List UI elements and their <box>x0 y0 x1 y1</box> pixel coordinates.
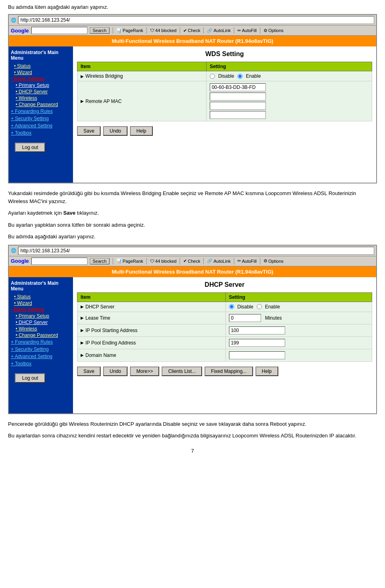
undo-btn-2[interactable]: Undo <box>103 366 128 376</box>
label-domain-name: Domain Name <box>85 352 116 358</box>
save-btn-2[interactable]: Save <box>77 366 101 376</box>
label-remote-ap-mac: Remote AP MAC <box>85 99 122 104</box>
google-logo-2: Google <box>11 258 29 264</box>
label-enable-bridging: Enable <box>246 73 261 79</box>
domain-name-input[interactable] <box>229 351 285 359</box>
sidebar-dhcp-server-2[interactable]: • DHCP Server <box>11 319 71 326</box>
toolbar-sep-1a <box>113 27 113 34</box>
fixed-mapping-btn-2[interactable]: Fixed Mapping... <box>205 366 253 376</box>
sidebar-1: Administrator's Main Menu • Status • Wiz… <box>9 46 73 183</box>
google-bar-2: Google Search 📊 PageRank 🛡 44 blocked ✔ … <box>9 256 376 266</box>
router-header-1: Multi-Functional Wireless Broadband NAT … <box>9 36 376 46</box>
autofill-item-2: ✏ AutoFill <box>237 258 257 264</box>
sidebar-advanced-1[interactable]: + Advanced Setting <box>11 122 71 129</box>
mac-input-3[interactable] <box>210 102 266 110</box>
sidebar-toolbox-2[interactable]: + Toolbox <box>11 360 71 367</box>
sidebar-item-status-1[interactable]: • Status <box>11 63 71 69</box>
autolink-item-1: 🔗 AutoLink <box>207 28 231 33</box>
more-btn-2[interactable]: More>> <box>130 366 159 376</box>
pagerank-item-2: 📊 PageRank <box>116 258 143 264</box>
arrow-remote-ap-mac: ▶ <box>81 99 84 103</box>
help-btn-2[interactable]: Help <box>255 366 278 376</box>
sidebar-toolbox-1[interactable]: + Toolbox <box>11 129 71 137</box>
toolbar-sep-2d <box>203 258 204 264</box>
cell-setting-ip-pool-end <box>225 336 372 349</box>
action-buttons-1: Save Undo Help <box>77 126 372 136</box>
sidebar-advanced-2[interactable]: + Advanced Setting <box>11 353 71 360</box>
sidebar-security-2[interactable]: + Security Setting <box>11 346 71 353</box>
col-header-setting-1: Setting <box>206 62 372 71</box>
mac-input-2[interactable] <box>210 93 266 101</box>
mac-input-4[interactable] <box>210 111 266 119</box>
save-btn-1[interactable]: Save <box>77 126 101 136</box>
sidebar-basic-setting-1[interactable]: - Basic Setting <box>11 76 71 82</box>
sidebar-primary-setup-2[interactable]: • Primary Setup <box>11 313 71 319</box>
cell-setting-remote-ap-mac <box>206 81 372 121</box>
mac-input-1[interactable] <box>210 83 266 91</box>
address-bar-1[interactable]: http://192.168.123.254/ <box>18 16 374 24</box>
label-ip-pool-start: IP Pool Starting Address <box>85 328 138 333</box>
label-dhcp-server: DHCP Server <box>85 304 114 310</box>
explanation-5: Pencerede görüldüğü gibi Wireless Router… <box>8 420 377 428</box>
autolink-item-2: 🔗 AutoLink <box>207 258 231 264</box>
sidebar-title-2: Administrator's Main Menu <box>11 280 71 292</box>
sidebar-wireless-1[interactable]: • Wireless <box>11 95 71 101</box>
sidebar-item-wizard-1[interactable]: • Wizard <box>11 69 71 76</box>
sidebar-basic-setting-2[interactable]: - Basic Setting <box>11 306 71 313</box>
google-search-input-1[interactable] <box>31 27 87 34</box>
toolbar-sep-2c <box>180 258 180 264</box>
toolbar-sep-2b <box>146 258 147 264</box>
sidebar-primary-setup-1[interactable]: • Primary Setup <box>11 82 71 89</box>
sidebar-dhcp-server-1[interactable]: • DHCP Server <box>11 89 71 95</box>
cell-item-ip-pool-start: ▶ IP Pool Starting Address <box>77 324 226 336</box>
cell-item-remote-ap-mac: ▶ Remote AP MAC <box>77 81 207 121</box>
radio-enable-dhcp[interactable] <box>257 304 262 309</box>
router-ui-2: Multi-Functional Wireless Broadband NAT … <box>9 266 376 413</box>
intro-text: Bu adımda lüten aşağıdaki ayarları yapın… <box>8 4 377 10</box>
clients-list-btn-2[interactable]: Clients List... <box>162 366 202 376</box>
cell-setting-ip-pool-start <box>225 324 372 336</box>
explanation-3: Bu ayarları yaptıktan sonra lütfen bir s… <box>8 221 377 229</box>
toolbar-sep-1c <box>180 27 180 34</box>
sidebar-wireless-2[interactable]: • Wireless <box>11 326 71 332</box>
sidebar-forwarding-1[interactable]: + Forwarding Rules <box>11 108 71 115</box>
col-header-item-1: Item <box>77 62 207 71</box>
table-row-ip-pool-end: ▶ IP Pool Ending Address <box>77 336 372 349</box>
options-item-2: ⚙ Options <box>263 258 284 264</box>
cell-setting-wireless-bridging: Disable Enable <box>206 71 372 81</box>
col-header-item-2: Item <box>77 292 226 302</box>
page-title-2: DHCP Server <box>77 281 372 288</box>
sidebar-change-password-1[interactable]: • Change Password <box>11 101 71 108</box>
browser-window-2: 🌐 http://192.168.123.254/ Google Search … <box>8 245 377 414</box>
google-search-input-2[interactable] <box>31 258 87 265</box>
help-btn-1[interactable]: Help <box>130 126 153 136</box>
sidebar-item-status-2[interactable]: • Status <box>11 294 71 300</box>
google-search-btn-1[interactable]: Search <box>90 27 109 34</box>
arrow-dhcp-server: ▶ <box>81 304 84 309</box>
undo-btn-1[interactable]: Undo <box>103 126 128 136</box>
options-item-1: ⚙ Options <box>263 28 284 33</box>
page-number: 7 <box>8 448 377 454</box>
sidebar-item-wizard-2[interactable]: • Wizard <box>11 300 71 306</box>
blocked-item-2: 🛡 44 blocked <box>150 259 176 264</box>
cell-item-wireless-bridging: ▶ Wireless Bridging <box>77 71 207 81</box>
logout-btn-1[interactable]: Log out <box>15 143 45 152</box>
sidebar-change-password-2[interactable]: • Change Password <box>11 332 71 338</box>
google-logo-1: Google <box>11 28 29 34</box>
cell-setting-lease-time: Minutes <box>225 312 372 324</box>
mac-inputs-group <box>210 83 369 119</box>
browser-toolbar-1: 🌐 http://192.168.123.254/ <box>9 15 376 26</box>
radio-disable-bridging[interactable] <box>210 74 215 79</box>
label-disable-bridging: Disable <box>218 73 234 79</box>
lease-time-input[interactable] <box>229 314 261 322</box>
router-body-1: Administrator's Main Menu • Status • Wiz… <box>9 46 376 183</box>
ip-pool-end-input[interactable] <box>229 339 285 347</box>
logout-btn-2[interactable]: Log out <box>15 373 45 383</box>
ip-pool-start-input[interactable] <box>229 326 285 334</box>
radio-enable-bridging[interactable] <box>237 74 243 79</box>
sidebar-security-1[interactable]: + Security Setting <box>11 115 71 122</box>
address-bar-2[interactable]: http://192.168.123.254/ <box>18 247 374 255</box>
sidebar-forwarding-2[interactable]: + Forwarding Rules <box>11 338 71 346</box>
google-search-btn-2[interactable]: Search <box>90 258 109 264</box>
radio-disable-dhcp[interactable] <box>229 304 234 309</box>
